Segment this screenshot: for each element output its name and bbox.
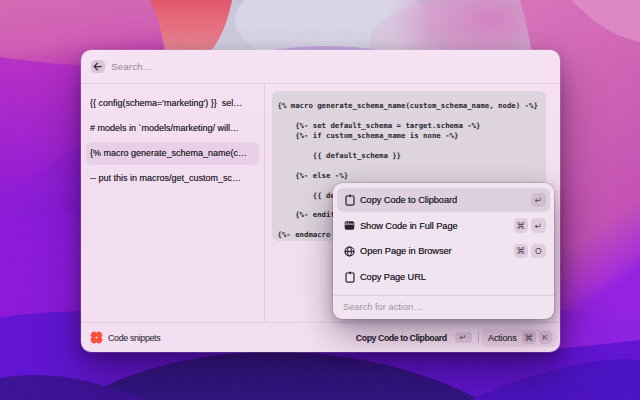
code-line [278,141,547,151]
cmd-key-badge: ⌘ [514,218,529,233]
screen: Search… {{ config(schema='marketing') }}… [0,0,640,400]
app-window-icon [344,220,355,232]
back-arrow-icon [93,62,102,71]
code-line: {% macro generate_schema_name(custom_sch… [278,101,547,111]
footer-actions: Copy Code to Clipboard ↵ Actions ⌘ K [356,329,557,347]
code-line [278,111,547,121]
actions-button[interactable]: Actions ⌘ K [482,329,557,347]
back-button[interactable] [91,60,106,73]
status-bar: Code snippets Copy Code to Clipboard ↵ A… [81,322,560,352]
list-item[interactable]: {{ config(schema='marketing') }} sel… [86,92,259,115]
search-header: Search… [81,50,560,85]
clipboard-icon [344,271,355,283]
app-name: Code snippets [108,333,160,343]
list-item[interactable]: -- put this in macros/get_custom_sc… [86,167,259,190]
actions-popup: Copy Code to Clipboard ↵ Show Code in Fu… [333,183,554,319]
action-label: Open Page in Browser [360,246,452,256]
list-item-selected[interactable]: {% macro generate_schema_name(c… [86,142,259,165]
primary-action-label[interactable]: Copy Code to Clipboard [356,333,447,343]
snippet-list: {{ config(schema='marketing') }} sel… # … [81,84,265,322]
action-label: Copy Page URL [360,272,426,282]
search-input[interactable]: Search… [111,61,152,72]
action-shortcut: ⌘ O [514,244,546,259]
enter-key-badge: ↵ [455,332,472,344]
action-search-input[interactable]: Search for action… [333,296,554,319]
cmd-key-badge: ⌘ [514,244,529,259]
footer-separator [478,332,479,343]
globe-icon [344,245,355,257]
action-item-copy-code[interactable]: Copy Code to Clipboard ↵ [337,188,550,212]
action-label: Copy Code to Clipboard [360,195,457,205]
k-key-badge: K [539,331,553,344]
action-shortcut: ⌘ ↵ [514,218,546,233]
enter-key-badge: ↵ [531,193,546,208]
action-item-open-browser[interactable]: Open Page in Browser ⌘ O [337,239,550,263]
actions-button-label: Actions [488,333,516,343]
dbt-logo-icon [90,331,103,344]
o-key-badge: O [531,244,546,259]
action-item-copy-url[interactable]: Copy Page URL [337,265,550,289]
code-line: {%- set default_schema = target.schema -… [278,121,547,131]
action-label: Show Code in Full Page [360,221,458,231]
code-line: {%- if custom_schema_name is none -%} [278,131,547,141]
list-item[interactable]: # models in `models/marketing/ will… [86,117,259,140]
actions-list: Copy Code to Clipboard ↵ Show Code in Fu… [333,183,554,295]
clipboard-icon [344,194,355,206]
code-line: {%- else -%} [278,171,547,181]
code-line [278,161,547,171]
action-item-show-code[interactable]: Show Code in Full Page ⌘ ↵ [337,214,550,238]
enter-key-badge: ↵ [531,218,546,233]
action-shortcut: ↵ [531,193,546,208]
code-line: {{ default_schema }} [278,151,547,161]
cmd-key-badge: ⌘ [522,331,536,344]
